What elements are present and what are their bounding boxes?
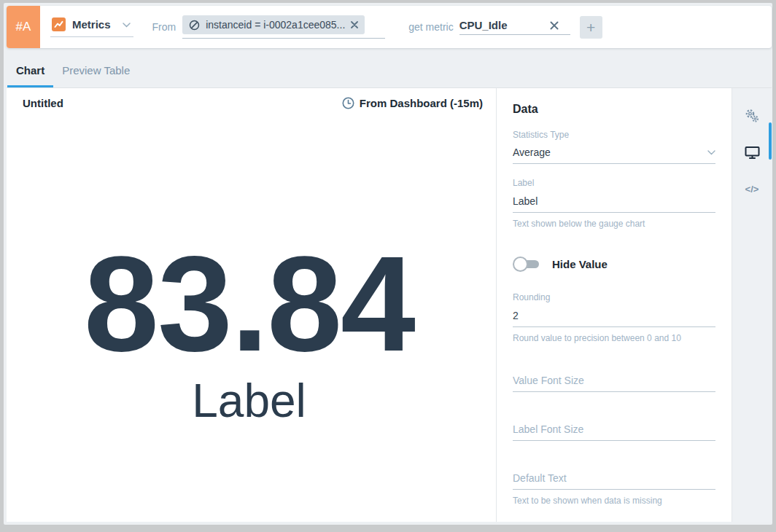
tab-preview-table[interactable]: Preview Table <box>53 64 139 87</box>
filter-field[interactable]: instanceid = i-0002a1cee085... <box>182 15 385 39</box>
data-section-heading: Data <box>513 103 715 116</box>
chart-title: Untitled <box>15 97 63 109</box>
metric-field <box>459 19 570 35</box>
chevron-down-icon <box>707 150 715 155</box>
hide-value-label: Hide Value <box>552 258 608 270</box>
query-badge: #A <box>7 6 40 48</box>
hide-value-toggle[interactable]: Hide Value <box>513 257 715 272</box>
statistics-type-select[interactable]: Average <box>513 146 715 164</box>
value-font-size-input[interactable] <box>513 375 715 392</box>
value-font-size-field <box>513 374 715 392</box>
rounding-field: Rounding Round value to precision betwee… <box>513 292 715 343</box>
rail-item-code[interactable]: </> <box>732 171 772 207</box>
line-chart-icon <box>52 17 66 31</box>
settings-panel: Data Statistics Type Average Label Text … <box>496 88 732 522</box>
label-field: Label Text shown below the gauge chart <box>513 178 715 229</box>
filter-chip-text: instanceid = i-0002a1cee085... <box>206 19 345 31</box>
tab-chart[interactable]: Chart <box>7 64 53 87</box>
default-text-field: Text to be shown when data is missing <box>513 472 715 506</box>
code-icon: </> <box>745 184 759 195</box>
query-builder-bar: #A Metrics From instanceid = i-0002a1cee… <box>7 6 772 48</box>
statistics-type-field: Statistics Type Average <box>513 130 715 164</box>
panel-switch-rail: </> <box>732 88 772 522</box>
display-icon <box>745 146 760 160</box>
rail-item-display[interactable] <box>732 134 772 171</box>
from-label: From <box>152 21 176 33</box>
active-rail-indicator <box>769 122 772 160</box>
label-help-text: Text shown below the gauge chart <box>513 219 715 229</box>
filter-chip[interactable]: instanceid = i-0002a1cee085... <box>182 15 365 34</box>
chevron-down-icon <box>123 17 131 31</box>
metric-input[interactable] <box>459 19 546 31</box>
time-range-control[interactable]: From Dashboard (-15m) <box>342 97 483 109</box>
source-type-dropdown[interactable]: Metrics <box>50 17 133 37</box>
clear-metric-icon[interactable] <box>550 21 559 30</box>
single-stat-gauge: 83.84 Label <box>15 237 483 424</box>
rounding-input[interactable] <box>513 310 715 327</box>
toggle-switch-icon[interactable] <box>513 257 540 272</box>
default-text-input[interactable] <box>513 472 715 490</box>
chart-editor-app: #A Metrics From instanceid = i-0002a1cee… <box>4 3 772 525</box>
rail-item-settings[interactable] <box>732 98 772 134</box>
statistics-type-label: Statistics Type <box>513 130 715 140</box>
window-frame: #A Metrics From instanceid = i-0002a1cee… <box>0 0 776 532</box>
gauge-label: Label <box>192 378 306 424</box>
remove-filter-icon[interactable] <box>351 21 358 28</box>
add-query-button[interactable]: + <box>580 16 602 39</box>
source-type-label: Metrics <box>72 18 111 31</box>
gauge-value: 83.84 <box>84 237 414 372</box>
label-font-size-input[interactable] <box>513 423 715 441</box>
circle-slash-icon <box>189 20 200 31</box>
label-input[interactable] <box>513 195 715 213</box>
rounding-label: Rounding <box>513 292 715 302</box>
statistics-type-value: Average <box>513 146 551 158</box>
rounding-help-text: Round value to precision between 0 and 1… <box>513 333 715 343</box>
chart-header: Untitled From Dashboard (-15m) <box>15 97 483 109</box>
label-field-label: Label <box>513 178 715 188</box>
chart-preview: Untitled From Dashboard (-15m) 83.84 Lab… <box>7 88 496 522</box>
get-metric-label: get metric <box>408 21 453 33</box>
gears-icon <box>744 108 760 124</box>
clock-icon <box>342 97 354 109</box>
time-range-label: From Dashboard (-15m) <box>360 97 483 109</box>
label-font-size-field <box>513 423 715 441</box>
editor-tabs: Chart Preview Table <box>4 48 772 87</box>
editor-content: Untitled From Dashboard (-15m) 83.84 Lab… <box>7 87 772 522</box>
default-text-help: Text to be shown when data is missing <box>513 496 715 506</box>
